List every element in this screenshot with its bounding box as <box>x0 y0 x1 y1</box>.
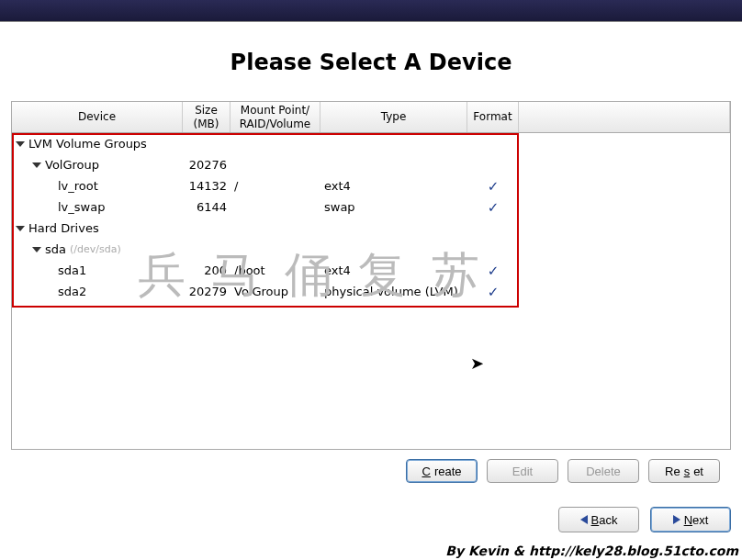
col-mount[interactable]: Mount Point/ RAID/Volume <box>230 102 320 132</box>
next-button[interactable]: Next <box>650 507 731 532</box>
reset-button[interactable]: Reset <box>648 459 720 483</box>
col-format[interactable]: Format <box>467 102 519 132</box>
device-name: sda <box>45 242 66 256</box>
col-pad <box>519 102 730 132</box>
cell-size: 20276 <box>183 158 230 172</box>
cell-type: swap <box>320 200 467 214</box>
top-bar <box>0 0 742 22</box>
device-name: Hard Drives <box>28 221 99 235</box>
back-button[interactable]: Back <box>558 507 639 532</box>
device-name: sda2 <box>58 285 86 298</box>
table-row[interactable]: LVM Volume Groups <box>12 133 730 154</box>
create-button[interactable]: Create <box>406 459 478 483</box>
cell-size: 20279 <box>183 285 230 298</box>
cell-format: ✓ <box>467 263 519 279</box>
cell-size: 14132 <box>183 179 230 193</box>
table-row[interactable]: lv_root14132/ext4✓ <box>12 175 730 196</box>
cell-mount: /boot <box>230 263 320 277</box>
device-name: sda1 <box>58 263 86 277</box>
cell-format: ✓ <box>467 284 519 300</box>
table-row[interactable]: Hard Drives <box>12 218 730 239</box>
cell-mount: VolGroup <box>230 285 320 298</box>
cell-size: 6144 <box>183 200 230 214</box>
device-table: Device Size (MB) Mount Point/ RAID/Volum… <box>11 101 731 450</box>
expander-icon[interactable] <box>16 141 25 147</box>
arrow-left-icon <box>580 513 588 527</box>
device-path: (/dev/sda) <box>70 243 121 255</box>
device-name: lv_swap <box>58 200 105 214</box>
table-body: LVM Volume GroupsVolGroup20276lv_root141… <box>12 133 730 302</box>
device-name: VolGroup <box>45 158 99 172</box>
table-header: Device Size (MB) Mount Point/ RAID/Volum… <box>12 102 730 133</box>
cell-type: physical volume (LVM) <box>320 285 467 298</box>
cell-type: ext4 <box>320 179 467 193</box>
cell-format: ✓ <box>467 199 519 216</box>
device-name: LVM Volume Groups <box>28 137 147 151</box>
col-size[interactable]: Size (MB) <box>183 102 230 132</box>
table-row[interactable]: sda1200/bootext4✓ <box>12 260 730 281</box>
arrow-right-icon <box>673 513 680 527</box>
cell-size: 200 <box>183 263 230 277</box>
delete-button: Delete <box>568 459 639 483</box>
col-device[interactable]: Device <box>12 102 183 132</box>
table-row[interactable]: lv_swap6144swap✓ <box>12 196 730 218</box>
expander-icon[interactable] <box>16 226 25 231</box>
device-name: lv_root <box>58 179 98 193</box>
cell-format: ✓ <box>467 178 519 195</box>
table-row[interactable]: sda220279VolGroupphysical volume (LVM)✓ <box>12 281 730 302</box>
edit-button: Edit <box>487 459 558 483</box>
table-row[interactable]: VolGroup20276 <box>12 154 730 175</box>
page-title: Please Select A Device <box>0 50 742 75</box>
expander-icon[interactable] <box>32 247 41 252</box>
cell-type: ext4 <box>320 263 467 277</box>
expander-icon[interactable] <box>32 162 41 168</box>
col-type[interactable]: Type <box>320 102 467 132</box>
credit-text: By Kevin & http://kely28.blog.51cto.com <box>445 543 738 558</box>
cell-mount: / <box>230 179 320 193</box>
table-row[interactable]: sda(/dev/sda) <box>12 239 730 260</box>
